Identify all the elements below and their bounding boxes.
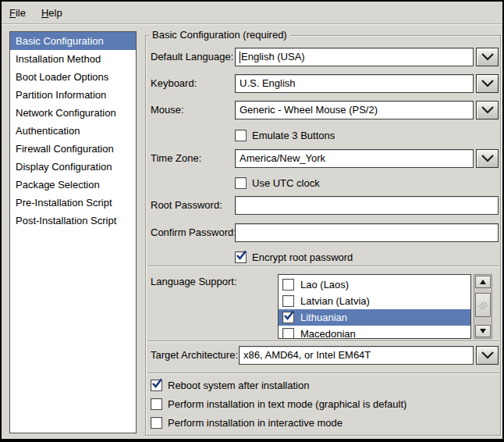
checkbox-box[interactable]	[282, 279, 294, 291]
scroll-up-icon	[480, 280, 486, 284]
text-mode-install-label: Perform installation in text mode (graph…	[168, 398, 406, 410]
root-password-input[interactable]	[235, 196, 499, 215]
keyboard-combo-entry[interactable]: U.S. English	[235, 74, 474, 93]
menu-help[interactable]: Help	[34, 2, 70, 24]
language-list-scrollbar[interactable]	[474, 274, 492, 339]
sidebar-item-partition-information[interactable]: Partition Information	[10, 86, 136, 104]
checkbox-box	[151, 398, 162, 410]
language-option-lithuanian[interactable]: Lithuanian	[279, 309, 470, 326]
reboot-after-install-checkbox[interactable]: Reboot system after installation	[151, 379, 309, 391]
sidebar-item-display-configuration[interactable]: Display Configuration	[10, 158, 136, 176]
checkbox-box	[151, 417, 162, 429]
menu-file[interactable]: File	[2, 2, 34, 24]
default-language-label: Default Language:	[151, 48, 233, 66]
emulate-3-buttons-checkbox[interactable]: Emulate 3 Buttons	[235, 129, 335, 141]
checkbox-box[interactable]	[282, 328, 294, 339]
sidebar-item-basic-configuration[interactable]: Basic Configuration	[10, 32, 136, 50]
checkbox-box	[235, 130, 247, 141]
time-zone-label: Time Zone:	[151, 149, 201, 168]
time-zone-combo-entry[interactable]: America/New_York	[235, 149, 474, 168]
interactive-install-checkbox[interactable]: Perform installation in interactive mode	[151, 416, 343, 429]
reboot-after-install-label: Reboot system after installation	[168, 380, 309, 391]
sidebar-item-network-configuration[interactable]: Network Configuration	[10, 104, 136, 122]
panel-title: Basic Configuration (required)	[149, 29, 290, 41]
checkbox-box	[235, 177, 247, 189]
use-utc-clock-label: Use UTC clock	[252, 177, 320, 189]
scroll-down-icon	[480, 329, 486, 333]
scroll-down-button[interactable]	[475, 325, 491, 337]
checkbox-box	[235, 251, 247, 263]
text-cursor	[240, 52, 240, 63]
checkbox-box[interactable]	[282, 295, 294, 307]
confirm-password-label: Confirm Password:	[151, 223, 236, 242]
encrypt-root-password-label: Encrypt root password	[252, 251, 353, 263]
time-zone-value: America/New_York	[240, 150, 325, 167]
menu-file-mnemonic: F	[9, 7, 16, 19]
chevron-down-icon	[481, 351, 495, 360]
confirm-password-input[interactable]	[235, 223, 499, 242]
emulate-3-buttons-label: Emulate 3 Buttons	[252, 130, 335, 141]
target-architecture-label: Target Architecture:	[151, 346, 238, 365]
checkmark-icon	[151, 377, 163, 390]
mouse-label: Mouse:	[151, 101, 184, 119]
mouse-combo-entry[interactable]: Generic - Wheel Mouse (PS/2)	[235, 101, 474, 119]
language-option-lao[interactable]: Lao (Laos)	[279, 276, 470, 293]
chevron-down-icon	[481, 79, 495, 88]
checkmark-icon	[235, 249, 247, 262]
menubar: File Help	[2, 2, 502, 24]
checkbox-box	[151, 380, 162, 391]
keyboard-value: U.S. English	[240, 75, 296, 92]
sidebar-item-post-installation-script[interactable]: Post-Installation Script	[10, 212, 136, 230]
text-mode-install-checkbox[interactable]: Perform installation in text mode (graph…	[151, 397, 406, 410]
chevron-down-icon	[481, 52, 495, 62]
scrollbar-thumb[interactable]	[475, 293, 491, 317]
interactive-install-label: Perform installation in interactive mode	[168, 417, 343, 429]
sidebar-item-pre-installation-script[interactable]: Pre-Installation Script	[10, 194, 136, 212]
language-option-label: Lao (Laos)	[300, 279, 349, 291]
language-option-macedonian[interactable]: Macedonian	[279, 326, 470, 339]
menu-help-mnemonic: H	[41, 7, 48, 19]
scroll-up-button[interactable]	[475, 276, 491, 288]
keyboard-label: Keyboard:	[151, 74, 197, 93]
default-language-dropdown-button[interactable]	[476, 48, 499, 66]
chevron-down-icon	[481, 154, 495, 163]
scrollbar-grip-icon	[478, 301, 488, 310]
section-list: Basic Configuration Installation Method …	[9, 31, 137, 433]
sidebar-item-firewall-configuration[interactable]: Firewall Configuration	[10, 140, 136, 158]
mouse-dropdown-button[interactable]	[476, 101, 499, 119]
language-support-label: Language Support:	[151, 273, 237, 291]
target-architecture-dropdown-button[interactable]	[476, 346, 499, 365]
default-language-combo-entry[interactable]: English (USA)	[235, 48, 474, 66]
checkbox-box[interactable]	[282, 312, 294, 323]
language-option-latvian[interactable]: Latvian (Latvia)	[279, 293, 470, 309]
sidebar-item-boot-loader-options[interactable]: Boot Loader Options	[10, 68, 136, 86]
menu-help-rest: elp	[48, 7, 62, 19]
keyboard-dropdown-button[interactable]	[476, 74, 499, 93]
language-support-list: Lao (Laos) Latvian (Latvia) Lithuanian M…	[278, 274, 471, 339]
encrypt-root-password-checkbox[interactable]: Encrypt root password	[235, 251, 353, 263]
separator	[147, 372, 499, 374]
chevron-down-icon	[481, 105, 495, 115]
sidebar-item-installation-method[interactable]: Installation Method	[10, 50, 136, 68]
use-utc-clock-checkbox[interactable]: Use UTC clock	[235, 176, 320, 189]
sidebar-item-package-selection[interactable]: Package Selection	[10, 176, 136, 194]
language-option-label: Macedonian	[300, 328, 356, 339]
separator	[147, 266, 499, 267]
checkmark-icon	[282, 309, 295, 322]
target-architecture-value: x86, AMD64, or Intel EM64T	[243, 347, 371, 364]
target-architecture-combo-entry[interactable]: x86, AMD64, or Intel EM64T	[239, 346, 474, 365]
menu-file-rest: ile	[16, 7, 26, 19]
basic-configuration-panel: Basic Configuration (required) Default L…	[145, 35, 501, 436]
language-option-label: Lithuanian	[300, 312, 347, 323]
root-password-label: Root Password:	[151, 196, 222, 215]
sidebar-item-authentication[interactable]: Authentication	[10, 122, 136, 140]
separator	[147, 340, 499, 342]
kickstart-configurator-window: File Help Basic Configuration Installati…	[0, 0, 504, 442]
mouse-value: Generic - Wheel Mouse (PS/2)	[240, 102, 378, 119]
default-language-value: English (USA)	[241, 48, 305, 66]
time-zone-dropdown-button[interactable]	[476, 149, 499, 168]
language-option-label: Latvian (Latvia)	[300, 295, 370, 307]
